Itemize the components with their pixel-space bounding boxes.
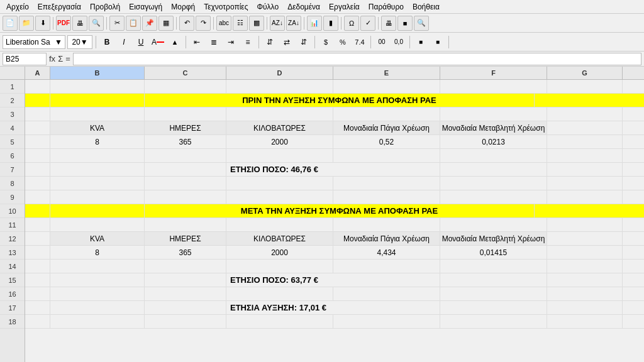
cell-monadiaia-metavliti-header2[interactable]: Μοναδιαία Μεταβλητή Χρέωση: [440, 232, 547, 245]
cell-yellow-header-after[interactable]: ΜΕΤΑ ΤΗΝ ΑΥΞΗΣΗ ΣΥΜΦΩΝΑ ΜΕ ΑΠΟΦΑΣΗ ΡΑΕ: [145, 204, 535, 217]
col-header-b[interactable]: B: [50, 67, 145, 79]
cell-a15[interactable]: [25, 273, 50, 287]
row-num-16[interactable]: 16: [0, 287, 25, 301]
cell-monadiaia-pagia-header[interactable]: Μοναδιαία Πάγια Χρέωση: [333, 121, 440, 134]
cell-imeres-val2[interactable]: 365: [145, 246, 226, 259]
cell-g4[interactable]: [547, 121, 623, 134]
hyperlink-button[interactable]: abc: [216, 16, 231, 31]
cell-e9[interactable]: [333, 190, 440, 204]
cell-a5[interactable]: [25, 135, 50, 148]
cell-f11[interactable]: [440, 218, 547, 231]
cell-f7[interactable]: [440, 163, 547, 176]
cell-b3[interactable]: [50, 107, 145, 121]
cell-e14[interactable]: [333, 260, 440, 273]
cell-c6[interactable]: [145, 149, 226, 162]
cell-b8[interactable]: [50, 177, 145, 190]
cell-g3[interactable]: [547, 107, 623, 121]
menu-epexergasia[interactable]: Επεξεργασία: [34, 1, 85, 13]
cell-f6[interactable]: [440, 149, 547, 162]
cell-g18[interactable]: [547, 315, 623, 328]
cell-a17[interactable]: [25, 301, 50, 314]
cell-a16[interactable]: [25, 287, 50, 300]
cell-reference-box[interactable]: B25: [3, 53, 47, 65]
cell-pagia-val1[interactable]: 0,52: [333, 135, 440, 148]
row-num-4[interactable]: 4: [0, 121, 25, 135]
cell-g8[interactable]: [547, 177, 623, 190]
italic-button[interactable]: I: [116, 35, 131, 49]
cell-a1[interactable]: [25, 80, 50, 93]
cell-b7[interactable]: [50, 163, 145, 176]
cell-c8[interactable]: [145, 177, 226, 190]
cell-c11[interactable]: [145, 218, 226, 231]
border-button[interactable]: ■: [413, 35, 428, 49]
equals-icon[interactable]: =: [65, 54, 70, 63]
cell-yellow-header-before[interactable]: ΠΡΙΝ ΤΗΝ ΑΥΞΗΣΗ ΣΥΜΦΩΝΑ ΜΕ ΑΠΟΦΑΣΗ ΡΑΕ: [145, 94, 535, 107]
cell-g11[interactable]: [547, 218, 623, 231]
print-button[interactable]: 🖶: [72, 16, 87, 31]
col-header-g[interactable]: G: [547, 67, 623, 79]
cell-d3[interactable]: [226, 107, 333, 121]
cell-a11[interactable]: [25, 218, 50, 231]
cell-d8[interactable]: [226, 177, 333, 190]
cell-g13[interactable]: [547, 246, 623, 259]
currency-button[interactable]: $: [318, 35, 333, 49]
cell-kilovatores-header2[interactable]: ΚΙΛΟΒΑΤΩΡΕΣ: [226, 232, 333, 245]
sort-az-button[interactable]: AZ↓: [270, 16, 285, 31]
cell-c7[interactable]: [145, 163, 226, 176]
cell-pagia-val2[interactable]: 4,434: [333, 246, 440, 259]
align-bottom-button[interactable]: ⇵: [296, 35, 311, 49]
cell-imeres-header2[interactable]: ΗΜΕΡΕΣ: [145, 232, 226, 245]
cell-a7[interactable]: [25, 163, 50, 176]
menu-dedomena[interactable]: Δεδομένα: [284, 1, 324, 13]
decimal-button[interactable]: 7.4: [352, 35, 367, 49]
cell-c17[interactable]: [145, 301, 226, 314]
cell-f18[interactable]: [440, 315, 547, 328]
cell-g1[interactable]: [547, 80, 623, 93]
cell-b15[interactable]: [50, 273, 145, 287]
cell-b11[interactable]: [50, 218, 145, 231]
cell-g9[interactable]: [547, 190, 623, 204]
cell-g17[interactable]: [547, 301, 623, 314]
cell-e8[interactable]: [333, 177, 440, 190]
cell-d18[interactable]: [226, 315, 333, 328]
zoom-button[interactable]: 🔍: [414, 16, 429, 31]
menu-eisagogi[interactable]: Εισαγωγή: [125, 1, 166, 13]
chart-button[interactable]: ▩: [249, 16, 264, 31]
cell-e11[interactable]: [333, 218, 440, 231]
copy-button[interactable]: 📋: [126, 16, 141, 31]
row-num-6[interactable]: 6: [0, 149, 25, 163]
align-right-button[interactable]: ⇥: [223, 35, 238, 49]
underline-button[interactable]: U: [133, 35, 148, 49]
col-header-f[interactable]: F: [440, 67, 547, 79]
print2-button[interactable]: 🖶: [381, 16, 396, 31]
cell-a18[interactable]: [25, 315, 50, 328]
format-button[interactable]: ▦: [158, 16, 174, 31]
col-header-a[interactable]: A: [25, 67, 50, 79]
cell-g7[interactable]: [547, 163, 623, 176]
cell-kva-val2[interactable]: 8: [50, 246, 145, 259]
font-size-box[interactable]: 20 ▼: [67, 35, 92, 49]
table-button[interactable]: ☷: [233, 16, 248, 31]
cell-b16[interactable]: [50, 287, 145, 300]
cell-c18[interactable]: [145, 315, 226, 328]
menu-parathyro[interactable]: Παράθυρο: [365, 1, 408, 13]
cell-f1[interactable]: [440, 80, 547, 93]
cell-g12[interactable]: [547, 232, 623, 245]
cell-f16[interactable]: [440, 287, 547, 300]
decrease-decimal-button[interactable]: 0,0: [391, 35, 406, 49]
cell-imeres-val1[interactable]: 365: [145, 135, 226, 148]
pdf-button[interactable]: PDF: [56, 16, 71, 31]
cell-kilovatores-header[interactable]: ΚΙΛΟΒΑΤΩΡΕΣ: [226, 121, 333, 134]
cell-d1[interactable]: [226, 80, 333, 93]
bar-chart-button[interactable]: ▮: [323, 16, 338, 31]
cell-g15[interactable]: [547, 273, 623, 287]
row-num-13[interactable]: 13: [0, 246, 25, 260]
row-num-2[interactable]: 2: [0, 94, 25, 107]
cell-c14[interactable]: [145, 260, 226, 273]
spell-button[interactable]: ✓: [360, 16, 375, 31]
cell-b18[interactable]: [50, 315, 145, 328]
cell-monadiaia-pagia-header2[interactable]: Μοναδιαία Πάγια Χρέωση: [333, 232, 440, 245]
cell-c15[interactable]: [145, 273, 226, 287]
row-num-18[interactable]: 18: [0, 315, 25, 329]
new-button[interactable]: 📄: [3, 16, 18, 31]
